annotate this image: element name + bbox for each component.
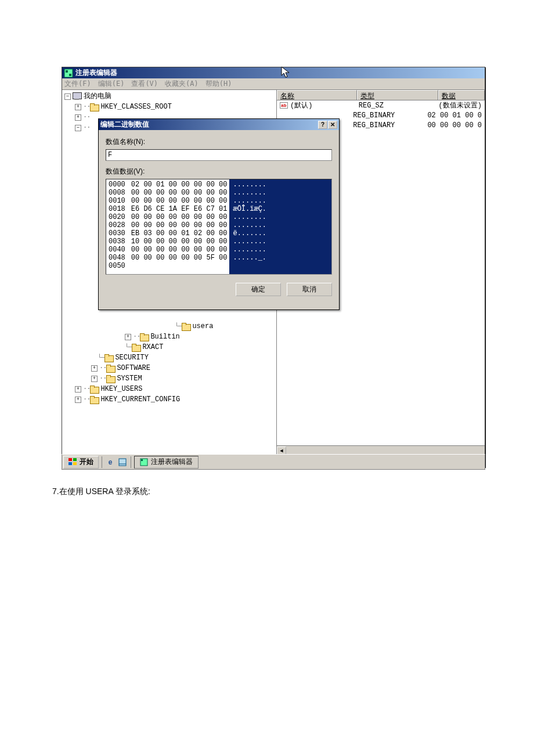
tree-software[interactable]: + ·· SOFTWARE [64, 363, 274, 373]
reg-sz-icon [280, 102, 288, 109]
regedit-icon [64, 69, 73, 78]
folder-icon [104, 354, 113, 361]
hex-editor[interactable]: 0000000800100018002000280030003800400048… [106, 179, 332, 275]
ie-icon[interactable]: e [105, 457, 116, 467]
menu-help[interactable]: 帮助(H) [205, 79, 232, 89]
folder-icon [106, 365, 114, 372]
tree-root[interactable]: − 我的电脑 [64, 91, 274, 102]
cancel-button[interactable]: 取消 [287, 283, 332, 296]
hex-offsets: 0000000800100018002000280030003800400048… [106, 179, 129, 274]
folder-icon [182, 323, 190, 330]
expand-icon[interactable]: + [91, 376, 98, 382]
computer-icon [73, 92, 82, 100]
cursor-icon [281, 66, 291, 82]
tree-hkcc[interactable]: + ·· HKEY_CURRENT_CONFIG [64, 394, 274, 405]
menu-view[interactable]: 查看(V) [131, 79, 158, 89]
svg-rect-1 [66, 70, 68, 73]
expand-icon[interactable]: + [75, 104, 81, 110]
tree-rxact[interactable]: └─ RXACT [64, 342, 274, 352]
expand-icon[interactable]: + [75, 397, 81, 403]
menu-fav[interactable]: 收藏夹(A) [165, 79, 199, 89]
instruction-text: 7.在使用 USERA 登录系统: [52, 487, 150, 497]
expand-icon[interactable]: + [125, 334, 131, 340]
ok-button[interactable]: 确定 [236, 283, 281, 296]
expand-icon[interactable]: + [91, 365, 98, 372]
dialog-title: 编辑二进制数值 [100, 120, 149, 129]
value-name-input[interactable] [106, 149, 332, 161]
tree-security[interactable]: └─ SECURITY [64, 352, 274, 363]
tree-hkcr[interactable]: + ·· HKEY_CLASSES_ROOT [64, 102, 274, 112]
svg-rect-2 [69, 74, 71, 76]
edit-binary-dialog: 编辑二进制数值 ? ✕ 数值名称(N): 数值数据(V): 0000000800… [98, 118, 340, 310]
list-header: 名称 类型 数据 [277, 90, 485, 100]
show-desktop-icon[interactable] [117, 457, 128, 467]
svg-rect-3 [119, 459, 126, 466]
window-title: 注册表编辑器 [75, 68, 117, 78]
dialog-titlebar: 编辑二进制数值 ? ✕ [99, 119, 339, 130]
expand-icon[interactable]: + [75, 114, 81, 121]
help-button[interactable]: ? [318, 121, 327, 129]
folder-icon [90, 103, 98, 110]
start-button[interactable]: 开始 [63, 456, 99, 469]
tree-usera[interactable]: └─ usera [64, 321, 274, 332]
folder-icon [106, 375, 114, 382]
expand-icon[interactable]: + [75, 386, 81, 393]
menubar: 文件(F) 编辑(E) 查看(V) 收藏夹(A) 帮助(H) [62, 78, 485, 90]
task-regedit[interactable]: 注册表编辑器 [134, 456, 199, 469]
col-data[interactable]: 数据 [438, 90, 485, 100]
collapse-icon[interactable]: − [64, 93, 71, 100]
menu-file[interactable]: 文件(F) [64, 79, 91, 89]
windows-logo-icon [68, 458, 77, 466]
value-name-label: 数值名称(N): [106, 137, 332, 147]
hex-bytes[interactable]: 02 00 01 00 00 00 00 0000 00 00 00 00 00… [129, 179, 230, 274]
close-button[interactable]: ✕ [328, 121, 337, 129]
tree-hku[interactable]: + ·· HKEY_USERS [64, 384, 274, 394]
folder-icon [132, 344, 140, 351]
folder-icon [140, 333, 148, 340]
tree-system[interactable]: + ·· SYSTEM [64, 373, 274, 384]
svg-rect-5 [141, 459, 143, 461]
collapse-icon[interactable]: − [75, 125, 81, 131]
titlebar: 注册表编辑器 [62, 67, 485, 78]
folder-icon [90, 396, 98, 403]
regedit-window: 注册表编辑器 文件(F) 编辑(E) 查看(V) 收藏夹(A) 帮助(H) − … [62, 67, 485, 467]
value-data-label: 数值数据(V): [106, 167, 332, 177]
col-type[interactable]: 类型 [357, 90, 438, 100]
taskbar: 开始 e 注册表编辑器 [62, 454, 485, 470]
folder-icon [90, 386, 98, 393]
col-name[interactable]: 名称 [277, 90, 357, 100]
tree-builtin[interactable]: + ·· Builtin [64, 332, 274, 342]
hex-ascii: ........................æÖÎ.ïæÇ.........… [229, 179, 331, 274]
list-row-default[interactable]: (默认) REG_SZ (数值未设置) [277, 100, 485, 110]
menu-edit[interactable]: 编辑(E) [98, 79, 125, 89]
